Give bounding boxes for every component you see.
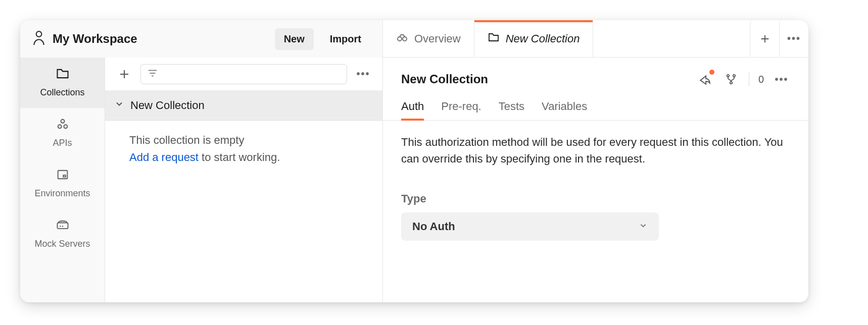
tabs-bar: Overview New Collection ••	[383, 20, 808, 58]
notification-dot-icon	[709, 70, 714, 75]
svg-point-8	[403, 37, 407, 41]
right-column: Overview New Collection ••	[383, 20, 808, 302]
collection-list: ••• New Collection This collection is em…	[105, 58, 382, 302]
user-icon	[32, 30, 45, 47]
svg-rect-5	[63, 175, 66, 177]
empty-suffix: to start working.	[199, 151, 280, 164]
import-button[interactable]: Import	[321, 28, 370, 50]
divider	[749, 72, 749, 86]
collection-row[interactable]: New Collection	[105, 91, 382, 121]
sub-tab-pre-req[interactable]: Pre-req.	[441, 100, 481, 120]
ellipsis-icon: •••	[775, 74, 788, 85]
tab-label: Overview	[414, 32, 461, 45]
sidebar-item-apis[interactable]: APIs	[20, 108, 105, 158]
ellipsis-icon: •••	[787, 33, 801, 44]
sidebar-item-label: Environments	[34, 188, 90, 199]
auth-description: This authorization method will be used f…	[383, 121, 808, 180]
sidebar-item-mock-servers[interactable]: Mock Servers	[20, 209, 105, 259]
left-column: My Workspace New Import Collections	[20, 20, 383, 302]
svg-point-2	[64, 125, 67, 128]
sidebar-item-label: Collections	[40, 87, 84, 98]
filter-icon	[147, 68, 158, 81]
sidebar-item-environments[interactable]: Environments	[20, 158, 105, 209]
tabs-more-button[interactable]: •••	[779, 20, 808, 57]
empty-text: This collection is empty	[129, 132, 358, 149]
collection-row-label: New Collection	[130, 99, 205, 112]
auth-type-select[interactable]: No Auth	[401, 212, 659, 241]
app-window: My Workspace New Import Collections	[20, 20, 808, 302]
svg-rect-6	[57, 223, 68, 229]
server-icon	[56, 218, 70, 235]
add-collection-button[interactable]	[114, 64, 134, 84]
sub-tab-tests[interactable]: Tests	[499, 100, 524, 120]
api-icon	[56, 117, 70, 134]
svg-point-10	[733, 75, 735, 77]
tabs-actions: •••	[750, 20, 808, 57]
folder-icon	[488, 31, 500, 46]
empty-action-line: Add a request to start working.	[129, 149, 358, 166]
svg-point-7	[398, 37, 402, 41]
folder-icon	[56, 67, 70, 83]
chevron-down-icon	[639, 220, 648, 233]
new-tab-button[interactable]	[750, 20, 779, 57]
svg-rect-4	[58, 171, 67, 179]
svg-point-11	[730, 82, 732, 84]
auth-type-label: Type	[401, 192, 790, 205]
share-button[interactable]	[696, 71, 713, 88]
left-body: Collections APIs	[20, 58, 382, 302]
svg-point-3	[61, 120, 64, 123]
tabs-spacer	[593, 20, 750, 57]
binoculars-icon	[396, 31, 408, 46]
chevron-down-icon	[114, 99, 124, 112]
new-button[interactable]: New	[275, 28, 314, 50]
svg-point-0	[36, 31, 42, 37]
collection-header: New Collection 0 •••	[383, 58, 808, 94]
sidebar-item-collections[interactable]: Collections	[20, 58, 105, 108]
list-more-button[interactable]: •••	[353, 64, 373, 84]
svg-point-9	[727, 75, 729, 77]
workspace-title[interactable]: My Workspace	[53, 32, 268, 46]
filter-input[interactable]	[140, 64, 347, 84]
tab-new-collection[interactable]: New Collection	[474, 20, 594, 57]
fork-count: 0	[758, 74, 764, 85]
auth-type-value: No Auth	[412, 220, 455, 233]
workspace-header: My Workspace New Import	[20, 20, 382, 58]
sidebar-item-label: Mock Servers	[34, 239, 90, 249]
side-nav: Collections APIs	[20, 58, 105, 302]
sidebar-item-label: APIs	[53, 138, 72, 148]
sub-tabs: Auth Pre-req. Tests Variables	[383, 94, 808, 121]
environment-icon	[56, 168, 70, 184]
collection-title[interactable]: New Collection	[401, 72, 687, 86]
collection-more-button[interactable]: •••	[773, 71, 790, 88]
tab-label: New Collection	[506, 32, 580, 45]
fork-button[interactable]	[722, 71, 740, 88]
main-split: My Workspace New Import Collections	[20, 20, 808, 302]
sub-tab-auth[interactable]: Auth	[401, 100, 424, 120]
sub-tab-variables[interactable]: Variables	[542, 100, 587, 120]
auth-type-section: Type No Auth	[383, 180, 808, 253]
add-request-link[interactable]: Add a request	[129, 151, 199, 164]
tab-overview[interactable]: Overview	[383, 20, 474, 57]
list-toolbar: •••	[105, 58, 382, 91]
collection-empty-message: This collection is empty Add a request t…	[105, 121, 382, 177]
svg-point-1	[58, 125, 61, 128]
ellipsis-icon: •••	[356, 68, 370, 80]
